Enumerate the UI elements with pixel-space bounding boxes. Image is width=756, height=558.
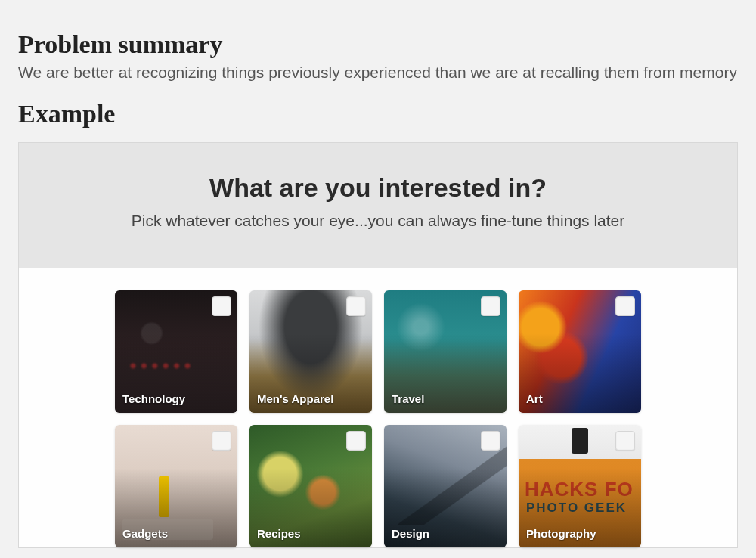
cards-area: TechnologyMen's ApparelTravelArtGadgetsR… bbox=[19, 268, 737, 547]
card-checkbox[interactable] bbox=[615, 431, 635, 451]
prompt-subtitle: Pick whatever catches your eye...you can… bbox=[42, 212, 714, 230]
card-label: Photography bbox=[526, 527, 596, 540]
interest-grid: TechnologyMen's ApparelTravelArtGadgetsR… bbox=[115, 290, 641, 547]
interest-card[interactable]: Design bbox=[384, 425, 507, 547]
card-checkbox[interactable] bbox=[212, 431, 231, 451]
prompt-header: What are you interested in? Pick whateve… bbox=[19, 143, 737, 268]
card-checkbox[interactable] bbox=[212, 296, 231, 316]
card-checkbox[interactable] bbox=[346, 296, 366, 316]
card-label: Technology bbox=[122, 392, 185, 405]
card-label: Art bbox=[526, 392, 543, 405]
interest-card[interactable]: Art bbox=[519, 290, 641, 413]
problem-summary-text: We are better at recognizing things prev… bbox=[18, 64, 738, 82]
card-label: Design bbox=[392, 527, 429, 540]
interest-card[interactable]: HACKS FOPHOTO GEEKPhotography bbox=[519, 425, 641, 547]
card-checkbox[interactable] bbox=[615, 296, 635, 316]
example-container: What are you interested in? Pick whateve… bbox=[18, 142, 738, 548]
card-checkbox[interactable] bbox=[481, 431, 500, 451]
interest-card[interactable]: Men's Apparel bbox=[249, 290, 372, 413]
interest-card[interactable]: Gadgets bbox=[115, 425, 237, 547]
prompt-title: What are you interested in? bbox=[42, 173, 714, 203]
card-label: Men's Apparel bbox=[257, 392, 333, 405]
interest-card[interactable]: Travel bbox=[384, 290, 507, 413]
card-checkbox[interactable] bbox=[346, 431, 366, 451]
example-heading: Example bbox=[18, 100, 738, 129]
interest-card[interactable]: Technology bbox=[115, 290, 237, 413]
card-label: Travel bbox=[392, 392, 424, 405]
interest-card[interactable]: Recipes bbox=[249, 425, 372, 547]
card-label: Gadgets bbox=[122, 527, 168, 540]
problem-summary-heading: Problem summary bbox=[18, 30, 738, 59]
card-checkbox[interactable] bbox=[481, 296, 500, 316]
card-label: Recipes bbox=[257, 527, 301, 540]
